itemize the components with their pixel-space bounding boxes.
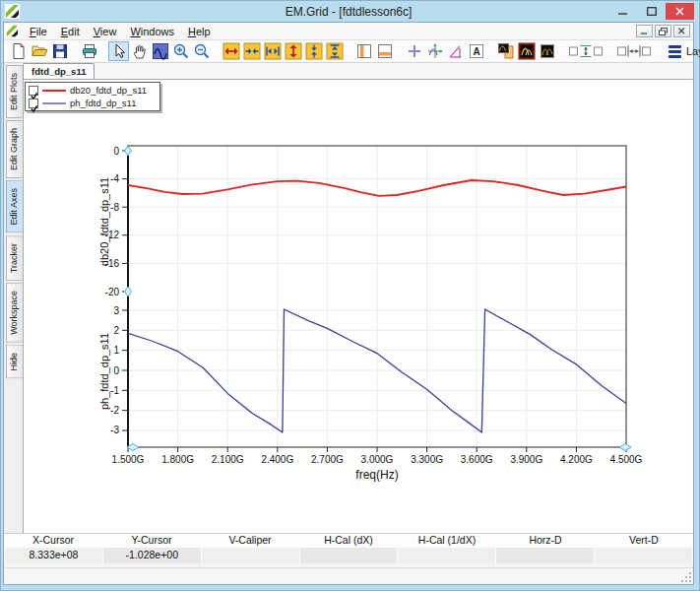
shrink-y-icon xyxy=(305,42,323,60)
menu-view[interactable]: View xyxy=(87,25,124,38)
x-tick-label: 1.800G xyxy=(161,454,194,465)
document-tab-bar: fdtd_dp_s11 xyxy=(23,63,693,79)
readout-header: V-Caliper xyxy=(201,534,299,548)
legend-checkbox[interactable] xyxy=(29,86,38,96)
caliper-button[interactable] xyxy=(445,41,466,61)
text-annotation-button[interactable]: A xyxy=(466,41,486,61)
menu-help[interactable]: Help xyxy=(181,25,218,38)
legend-checkbox[interactable] xyxy=(29,98,38,108)
axis-handle[interactable] xyxy=(125,146,132,156)
zoom-region-button[interactable] xyxy=(150,41,170,61)
zoom-in-button[interactable] xyxy=(170,41,191,61)
readout-value xyxy=(595,548,692,563)
close-button[interactable] xyxy=(666,3,694,20)
mdi-restore-button[interactable] xyxy=(655,25,671,37)
tracker-cursor-button[interactable] xyxy=(424,41,445,61)
cursor-readout: X-CursorY-CursorV-CaliperH-Cal (dX)H-Cal… xyxy=(4,533,693,563)
plot-style-front-icon xyxy=(518,42,536,60)
y-tick-label: 3 xyxy=(113,305,119,316)
pan-hand-icon xyxy=(131,42,149,60)
legend-entry: db20_fdtd_dp_s11 xyxy=(29,84,157,97)
add-marker-icon xyxy=(406,42,423,60)
horizontal-marker-icon xyxy=(376,42,394,60)
shrink-y-button[interactable] xyxy=(303,41,324,61)
match-y-scale-button[interactable] xyxy=(566,41,605,61)
fit-x-button[interactable] xyxy=(262,41,283,61)
side-tab-hide[interactable]: Hide xyxy=(6,345,23,379)
match-x-scale-icon xyxy=(616,42,652,60)
x-tick-label: 1.500G xyxy=(112,454,145,465)
y-tick-label: -1 xyxy=(110,385,119,396)
expand-y-icon xyxy=(285,42,302,60)
readout-value xyxy=(398,548,495,563)
print-icon xyxy=(81,42,98,60)
window-title: EM.Grid - [fdtdlesson6c] xyxy=(3,5,694,19)
menu-edit[interactable]: Edit xyxy=(54,25,87,38)
y-tick-label: -20 xyxy=(105,287,120,297)
layout-icon xyxy=(668,43,683,59)
fit-y-icon xyxy=(326,42,344,60)
expand-x-button[interactable] xyxy=(221,41,241,61)
document-icon xyxy=(6,25,19,37)
y-tick-label: 0 xyxy=(113,146,119,157)
horizontal-marker-button[interactable] xyxy=(374,41,395,61)
open-file-button[interactable] xyxy=(29,41,49,61)
side-tab-edit-graph[interactable]: Edit Graph xyxy=(6,120,23,178)
side-tab-workspace[interactable]: Workspace xyxy=(6,283,23,343)
select-pointer-button[interactable] xyxy=(108,41,129,61)
readout-header: H-Cal (dX) xyxy=(299,534,398,548)
readout-value: -1.028e+00 xyxy=(103,548,201,563)
minimize-button[interactable] xyxy=(608,3,637,20)
readout-value: 8.333e+08 xyxy=(5,548,102,563)
axis-handle[interactable] xyxy=(125,287,132,296)
plot-style-overlay-button[interactable] xyxy=(537,41,557,61)
zoom-region-icon xyxy=(152,42,169,60)
y-tick-label: -2 xyxy=(110,405,119,416)
x-tick-label: 3.000G xyxy=(361,454,394,465)
fit-y-button[interactable] xyxy=(324,41,345,61)
zoom-out-button[interactable] xyxy=(191,41,212,61)
new-plot-icon xyxy=(497,42,515,60)
main-area: Edit PlotsEdit GraphEdit AxesTrackerWork… xyxy=(4,63,693,533)
axis-handle[interactable] xyxy=(619,444,631,451)
plot-style-front-button[interactable] xyxy=(516,41,537,61)
new-file-button[interactable] xyxy=(8,41,29,61)
vertical-marker-button[interactable] xyxy=(353,41,374,61)
plot-canvas[interactable]: 0-4-8-12-16-203210-1-2-31.500G1.800G2.10… xyxy=(24,80,693,533)
app-window: EM.Grid - [fdtdlesson6c] FileEditViewWin… xyxy=(0,0,700,591)
tab-fdtd_dp_s11[interactable]: fdtd_dp_s11 xyxy=(23,63,95,79)
menu-file[interactable]: File xyxy=(23,25,54,38)
x-tick-label: 3.900G xyxy=(510,454,542,465)
graph-panel: 0-4-8-12-16-203210-1-2-31.500G1.800G2.10… xyxy=(23,79,693,533)
match-y-scale-icon xyxy=(568,42,604,60)
match-x-scale-button[interactable] xyxy=(614,41,654,61)
maximize-button[interactable] xyxy=(637,3,666,20)
layout-label: Layout xyxy=(686,45,700,57)
side-tab-edit-plots[interactable]: Edit Plots xyxy=(6,65,23,118)
mdi-minimize-button[interactable] xyxy=(636,25,653,37)
resize-grip[interactable] xyxy=(680,571,692,583)
zoom-in-icon xyxy=(172,42,190,60)
side-tab-strip: Edit PlotsEdit GraphEdit AxesTrackerWork… xyxy=(4,63,23,533)
add-marker-button[interactable] xyxy=(404,41,424,61)
side-tab-tracker[interactable]: Tracker xyxy=(6,235,23,281)
pan-hand-button[interactable] xyxy=(129,41,150,61)
print-button[interactable] xyxy=(79,41,99,61)
x-axis-title: freq(Hz) xyxy=(355,468,398,482)
readout-value xyxy=(496,548,594,563)
shrink-x-icon xyxy=(243,42,261,60)
legend-entry: ph_fdtd_dp_s11 xyxy=(29,97,157,109)
expand-y-button[interactable] xyxy=(283,41,303,61)
x-tick-label: 2.100G xyxy=(212,454,244,465)
save-file-button[interactable] xyxy=(49,41,70,61)
y-axis-title-ph: ph_fdtd_dp_s11 xyxy=(98,333,110,410)
readout-header: Vert-D xyxy=(595,534,693,548)
shrink-x-button[interactable] xyxy=(241,41,262,61)
layout-menu-button[interactable]: Layout xyxy=(664,41,700,61)
menu-windows[interactable]: Windows xyxy=(123,25,181,38)
save-file-icon xyxy=(51,42,69,60)
new-plot-button[interactable] xyxy=(495,41,516,61)
mdi-close-button[interactable] xyxy=(673,25,690,37)
side-tab-edit-axes[interactable]: Edit Axes xyxy=(6,180,23,233)
x-tick-label: 2.700G xyxy=(311,454,344,465)
